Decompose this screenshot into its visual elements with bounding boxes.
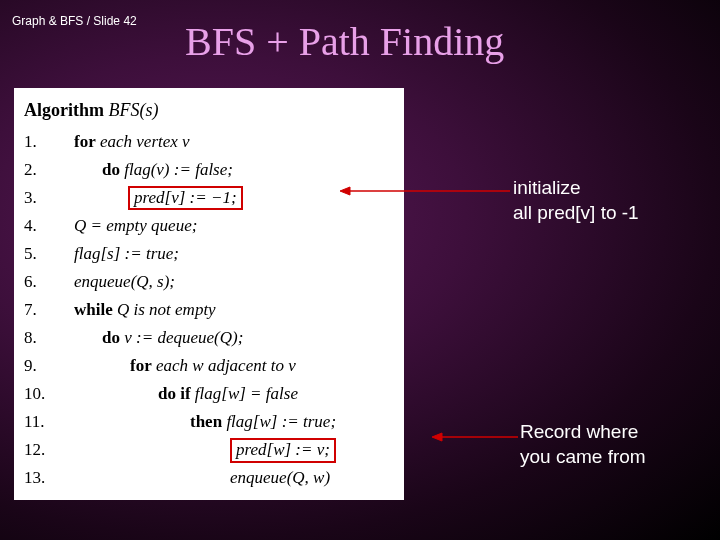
code-text: v := dequeue(Q); bbox=[120, 328, 243, 347]
line-number: 4. bbox=[24, 212, 50, 240]
line-number: 7. bbox=[24, 296, 50, 324]
keyword: while bbox=[74, 300, 113, 319]
algo-line-9: 9. for each w adjacent to v bbox=[24, 352, 394, 380]
line-number: 3. bbox=[24, 184, 50, 212]
algo-line-13: 13. enqueue(Q, w) bbox=[24, 464, 394, 492]
line-number: 11. bbox=[24, 408, 50, 436]
line-number: 5. bbox=[24, 240, 50, 268]
algo-line-4: 4. Q = empty queue; bbox=[24, 212, 394, 240]
slide-title: BFS + Path Finding bbox=[185, 18, 504, 65]
annotation-text: you came from bbox=[520, 445, 646, 470]
annotation-initialize: initialize all pred[v] to -1 bbox=[513, 176, 639, 225]
algo-line-3: 3. pred[v] := −1; bbox=[24, 184, 394, 212]
line-number: 10. bbox=[24, 380, 50, 408]
annotation-text: all pred[v] to -1 bbox=[513, 201, 639, 226]
svg-marker-3 bbox=[432, 433, 442, 441]
line-number: 2. bbox=[24, 156, 50, 184]
annotation-text: Record where bbox=[520, 420, 646, 445]
algo-line-7: 7. while Q is not empty bbox=[24, 296, 394, 324]
algo-line-2: 2. do flag(v) := false; bbox=[24, 156, 394, 184]
code-text: enqueue(Q, w) bbox=[50, 464, 330, 492]
keyword: then bbox=[190, 412, 222, 431]
algorithm-box: Algorithm BFS(s) 1. for each vertex v 2.… bbox=[14, 88, 404, 500]
line-number: 12. bbox=[24, 436, 50, 464]
highlighted-code: pred[v] := −1; bbox=[128, 186, 243, 210]
algo-line-6: 6. enqueue(Q, s); bbox=[24, 268, 394, 296]
code-text: each vertex v bbox=[96, 132, 190, 151]
code-text: enqueue(Q, s); bbox=[50, 268, 175, 296]
algorithm-name: BFS(s) bbox=[109, 100, 159, 120]
line-number: 1. bbox=[24, 128, 50, 156]
annotation-text: initialize bbox=[513, 176, 639, 201]
slide-header: Graph & BFS / Slide 42 bbox=[12, 14, 137, 28]
code-text: Q is not empty bbox=[113, 300, 216, 319]
algo-line-11: 11. then flag[w] := true; bbox=[24, 408, 394, 436]
algo-line-1: 1. for each vertex v bbox=[24, 128, 394, 156]
keyword: do if bbox=[158, 384, 191, 403]
keyword: do bbox=[102, 328, 120, 347]
svg-marker-1 bbox=[340, 187, 350, 195]
code-text: flag[s] := true; bbox=[50, 240, 179, 268]
highlighted-code: pred[w] := v; bbox=[230, 438, 336, 462]
arrow-icon bbox=[432, 432, 518, 442]
keyword: do bbox=[102, 160, 120, 179]
line-number: 6. bbox=[24, 268, 50, 296]
algo-line-8: 8. do v := dequeue(Q); bbox=[24, 324, 394, 352]
annotation-record: Record where you came from bbox=[520, 420, 646, 469]
code-text: flag[w] = false bbox=[191, 384, 298, 403]
line-number: 8. bbox=[24, 324, 50, 352]
keyword: for bbox=[130, 356, 152, 375]
line-number: 9. bbox=[24, 352, 50, 380]
code-text: flag(v) := false; bbox=[120, 160, 233, 179]
code-text: Q = empty queue; bbox=[50, 212, 197, 240]
algorithm-label: Algorithm bbox=[24, 100, 104, 120]
code-text: each w adjacent to v bbox=[152, 356, 296, 375]
keyword: for bbox=[74, 132, 96, 151]
algo-line-10: 10. do if flag[w] = false bbox=[24, 380, 394, 408]
code-text: flag[w] := true; bbox=[222, 412, 336, 431]
algorithm-header: Algorithm BFS(s) bbox=[24, 96, 394, 126]
algo-line-12: 12. pred[w] := v; bbox=[24, 436, 394, 464]
line-number: 13. bbox=[24, 464, 50, 492]
algo-line-5: 5. flag[s] := true; bbox=[24, 240, 394, 268]
arrow-icon bbox=[340, 184, 510, 198]
